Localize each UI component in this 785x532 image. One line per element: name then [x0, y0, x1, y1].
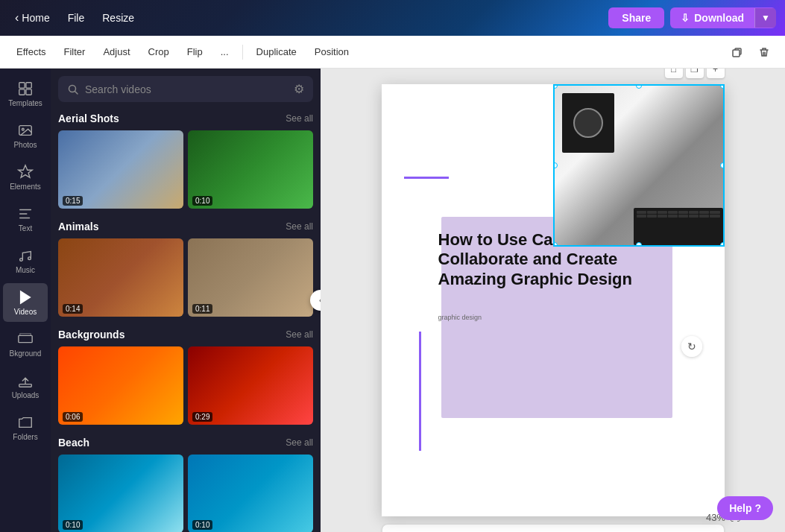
video-thumb-ladybug[interactable]: 0:14: [58, 238, 183, 317]
resize-corner-icon[interactable]: □: [665, 69, 683, 78]
video-thumb-cat[interactable]: 0:11: [188, 238, 313, 317]
toolbar-separator: [242, 45, 243, 60]
download-main-button[interactable]: ⇩ Download: [670, 7, 754, 28]
svg-marker-9: [21, 291, 31, 304]
backgrounds-see-all[interactable]: See all: [286, 329, 313, 340]
help-button[interactable]: Help ?: [717, 496, 773, 520]
download-label: Download: [694, 12, 744, 24]
sidebar-item-text[interactable]: Text: [3, 200, 48, 238]
svg-point-6: [22, 128, 24, 130]
backgrounds-grid: 0:06 0:29: [58, 346, 313, 425]
canvas-purple-line: [404, 177, 449, 179]
position-toolbar-item[interactable]: Position: [307, 43, 356, 60]
key: [710, 215, 719, 218]
sidebar-item-background[interactable]: Bkground: [3, 325, 48, 364]
video-duration-beach1: 0:10: [63, 520, 83, 530]
duplicate-toolbar-item[interactable]: Duplicate: [249, 43, 304, 60]
trash-button[interactable]: [752, 40, 776, 64]
sidebar-item-photos[interactable]: Photos: [3, 116, 48, 155]
download-dropdown-button[interactable]: ▼: [754, 8, 776, 28]
video-duration-beach2: 0:10: [192, 520, 212, 530]
video-thumb-bokeh[interactable]: 0:29: [188, 346, 313, 425]
canvas-area: □ ❐ + How to Use Canva to Collaborate an…: [321, 69, 785, 532]
key: [699, 215, 709, 218]
key: [658, 215, 667, 218]
sidebar-item-videos[interactable]: Videos: [3, 283, 48, 322]
video-duration-bridge: 0:15: [63, 196, 83, 206]
animals-grid: 0:14 0:11: [58, 238, 313, 317]
add-page-button[interactable]: + Add a new page: [382, 524, 725, 532]
sidebar-label-videos: Videos: [14, 308, 37, 316]
key: [647, 215, 657, 218]
effects-toolbar-item[interactable]: Effects: [9, 43, 54, 60]
key: [699, 211, 709, 214]
filter-toolbar-item[interactable]: Filter: [57, 43, 93, 60]
filter-icon[interactable]: ⚙: [294, 82, 304, 96]
aerial-shots-header: Aerial Shots See all: [58, 113, 313, 124]
sidebar-label-photos: Photos: [13, 141, 37, 149]
download-icon: ⇩: [681, 12, 690, 24]
videos-panel: ⚙ Aerial Shots See all 0:15 0:10 Animals…: [51, 69, 321, 532]
sidebar-label-elements: Elements: [10, 183, 41, 191]
beach-header: Beach See all: [58, 437, 313, 449]
svg-rect-4: [26, 89, 31, 95]
keyboard-visual: [634, 208, 723, 245]
notebook-visual: [562, 93, 614, 153]
video-thumb-bridge[interactable]: 0:15: [58, 130, 183, 209]
sidebar-item-elements[interactable]: Elements: [3, 158, 48, 197]
key: [678, 215, 688, 218]
video-thumb-fire[interactable]: 0:06: [58, 346, 183, 425]
animals-see-all[interactable]: See all: [286, 221, 313, 232]
more-toolbar-item[interactable]: ...: [213, 43, 236, 60]
aerial-shots-see-all[interactable]: See all: [286, 113, 313, 124]
home-nav-link[interactable]: Home: [22, 12, 49, 24]
nav-back-button[interactable]: ‹ Home: [9, 8, 56, 28]
search-icon: [67, 83, 79, 95]
key: [678, 211, 688, 214]
video-duration-bokeh: 0:29: [192, 412, 212, 422]
svg-rect-2: [26, 83, 31, 88]
refresh-icon[interactable]: ↻: [681, 336, 702, 357]
svg-rect-10: [19, 335, 32, 342]
video-thumb-beach-water[interactable]: 0:10: [188, 455, 313, 532]
handle-bottom-right[interactable]: [720, 242, 725, 247]
copy-corner-icon[interactable]: ❐: [686, 69, 704, 78]
handle-bottom-left[interactable]: [553, 242, 558, 247]
sidebar: Templates Photos Elements Text Music Vid…: [0, 69, 51, 532]
chevron-left-icon: ‹: [15, 11, 19, 25]
animals-title: Animals: [58, 221, 98, 232]
toolbar-right: [725, 40, 776, 64]
canvas-selected-video[interactable]: ↻: [553, 84, 725, 247]
file-nav-link[interactable]: File: [62, 9, 91, 27]
key: [668, 211, 678, 214]
copy-style-button[interactable]: [725, 40, 749, 64]
svg-rect-12: [19, 384, 32, 387]
canvas-page: How to Use Canva to Collaborate and Crea…: [382, 84, 725, 516]
key: [689, 211, 699, 214]
sidebar-item-templates[interactable]: Templates: [3, 75, 48, 113]
add-corner-icon[interactable]: +: [707, 69, 725, 78]
video-thumb-beach-aerial[interactable]: 0:10: [58, 455, 183, 532]
crop-toolbar-item[interactable]: Crop: [141, 43, 177, 60]
sidebar-item-uploads[interactable]: Uploads: [3, 367, 48, 405]
video-duration-fire: 0:06: [63, 412, 83, 422]
search-input[interactable]: [85, 83, 288, 95]
sidebar-label-bkground: Bkground: [10, 349, 42, 358]
video-preview-thumb: [555, 86, 723, 245]
video-thumb-leaf[interactable]: 0:10: [188, 130, 313, 209]
search-bar: ⚙: [58, 76, 313, 102]
add-page-area: + Add a new page: [382, 524, 725, 532]
handle-mid-right[interactable]: [720, 162, 725, 168]
beach-see-all[interactable]: See all: [286, 437, 313, 448]
svg-rect-0: [733, 50, 740, 57]
handle-bottom-mid[interactable]: [636, 242, 642, 247]
notebook-emblem: [573, 108, 603, 138]
sidebar-label-templates: Templates: [8, 99, 42, 107]
sidebar-item-music[interactable]: Music: [3, 241, 48, 280]
flip-toolbar-item[interactable]: Flip: [180, 43, 210, 60]
adjust-toolbar-item[interactable]: Adjust: [95, 43, 137, 60]
key: [637, 215, 646, 218]
share-button[interactable]: Share: [608, 7, 664, 28]
resize-nav-link[interactable]: Resize: [96, 9, 140, 27]
sidebar-item-folders[interactable]: Folders: [3, 408, 48, 447]
